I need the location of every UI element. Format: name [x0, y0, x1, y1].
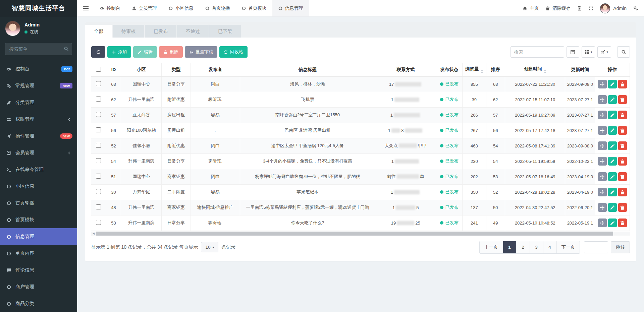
move-button[interactable] [598, 188, 607, 196]
tab-不通过[interactable]: 不通过 [177, 25, 209, 38]
detail-view-button[interactable] [567, 46, 579, 58]
edit-row-button[interactable] [608, 203, 617, 212]
delete-row-button[interactable] [618, 219, 627, 227]
edit-row-button[interactable] [608, 219, 617, 227]
select-all-checkbox[interactable] [96, 67, 101, 72]
row-checkbox[interactable] [96, 81, 101, 86]
sidebar-search-input[interactable] [5, 43, 72, 55]
page-button-1[interactable]: 1 [503, 241, 517, 253]
column-header-创建时间[interactable]: 创建时间 [505, 63, 565, 76]
move-button[interactable] [598, 157, 607, 166]
sidebar-item-信息管理[interactable]: 信息管理 [0, 228, 77, 245]
delete-row-button[interactable] [618, 188, 627, 196]
horizontal-scrollbar[interactable]: ◄ [91, 232, 630, 236]
jump-page-input[interactable] [584, 241, 608, 253]
move-button[interactable] [598, 80, 607, 88]
move-button[interactable] [598, 219, 607, 227]
export-button[interactable]: ▾ [597, 46, 611, 58]
edit-row-button[interactable] [608, 95, 617, 104]
columns-button[interactable]: ▾ [582, 46, 595, 58]
delete-button[interactable]: 删除 [159, 46, 183, 58]
sort-icon[interactable] [544, 69, 546, 73]
topnav-item-首页轮播[interactable]: 首页轮播 [199, 0, 236, 16]
recycle-bin-button[interactable]: 回收站 [219, 46, 248, 58]
topnav-item-小区信息[interactable]: 小区信息 [163, 0, 199, 16]
sidebar-item-插件管理[interactable]: 插件管理new [0, 128, 77, 144]
search-button[interactable] [617, 46, 630, 58]
row-checkbox[interactable] [96, 174, 101, 179]
delete-row-button[interactable] [618, 126, 627, 135]
delete-row-button[interactable] [618, 111, 627, 119]
move-button[interactable] [598, 95, 607, 104]
move-button[interactable] [598, 111, 607, 119]
edit-row-button[interactable] [608, 111, 617, 119]
refresh-button[interactable] [91, 46, 105, 58]
page-size-select[interactable]: 10 ▴ [201, 242, 218, 252]
topnav-item-首页模块[interactable]: 首页模块 [236, 0, 272, 16]
sidebar-item-常规管理[interactable]: 常规管理new [0, 77, 77, 94]
sidebar-item-商品分类[interactable]: 商品分类 [0, 295, 77, 312]
fullscreen-button[interactable] [589, 6, 593, 11]
tab-全部[interactable]: 全部 [85, 25, 112, 38]
tab-已下架[interactable]: 已下架 [209, 25, 241, 38]
sidebar-item-商户管理[interactable]: 商户管理 [0, 278, 77, 295]
edit-row-button[interactable] [608, 188, 617, 196]
delete-row-button[interactable] [618, 80, 627, 88]
prev-page-button[interactable]: 上一页 [480, 241, 503, 253]
delete-row-button[interactable] [618, 141, 627, 150]
topnav-item-控制台[interactable]: 控制台 [94, 0, 126, 16]
sort-icon[interactable] [481, 69, 483, 73]
jump-button[interactable]: 跳转 [611, 241, 630, 253]
row-checkbox[interactable] [96, 127, 101, 132]
sidebar-item-评论信息[interactable]: 评论信息 [0, 262, 77, 278]
page-button-4[interactable]: 4 [543, 241, 557, 253]
sidebar-item-权限管理[interactable]: 权限管理 [0, 111, 77, 128]
batch-audit-button[interactable]: 批量审核 [185, 46, 217, 58]
topnav-item-信息管理[interactable]: 信息管理 [272, 0, 309, 16]
home-link[interactable]: 主页 [523, 5, 539, 11]
row-checkbox[interactable] [96, 158, 101, 163]
tab-已发布[interactable]: 已发布 [145, 25, 176, 38]
sidebar-item-首页轮播[interactable]: 首页轮播 [0, 195, 77, 211]
scroll-left-arrow-icon[interactable]: ◄ [91, 232, 96, 235]
sidebar-item-控制台[interactable]: 控制台hot [0, 61, 77, 77]
sidebar-item-在线命令管理[interactable]: 在线命令管理 [0, 161, 77, 178]
tab-待审核[interactable]: 待审核 [113, 25, 144, 38]
edit-button[interactable]: 编辑 [133, 46, 157, 58]
row-checkbox[interactable] [96, 143, 101, 148]
edit-row-button[interactable] [608, 80, 617, 88]
search-icon[interactable] [64, 46, 69, 51]
sidebar-item-首页模块[interactable]: 首页模块 [0, 211, 77, 228]
sidebar-item-小区信息[interactable]: 小区信息 [0, 178, 77, 195]
sidebar-item-分类管理[interactable]: 分类管理 [0, 94, 77, 111]
topnav-item-会员管理[interactable]: 会员管理 [126, 0, 163, 16]
delete-row-button[interactable] [618, 157, 627, 166]
delete-row-button[interactable] [618, 95, 627, 104]
move-button[interactable] [598, 141, 607, 150]
row-checkbox[interactable] [96, 97, 101, 102]
next-page-button[interactable]: 下一页 [557, 241, 580, 253]
row-checkbox[interactable] [96, 189, 101, 194]
page-button-3[interactable]: 3 [530, 241, 543, 253]
edit-row-button[interactable] [608, 126, 617, 135]
sidebar-item-会员管理[interactable]: 会员管理 [0, 144, 77, 161]
column-header-浏览量[interactable]: 浏览量 [463, 63, 486, 76]
row-checkbox[interactable] [96, 204, 101, 209]
edit-row-button[interactable] [608, 141, 617, 150]
table-search-input[interactable] [511, 46, 564, 58]
edit-row-button[interactable] [608, 172, 617, 181]
scrollbar-thumb[interactable] [96, 232, 613, 236]
delete-row-button[interactable] [618, 172, 627, 181]
log-button[interactable] [577, 6, 582, 11]
clear-cache-link[interactable]: 清除缓存 [545, 5, 571, 11]
add-button[interactable]: 添加 [107, 46, 131, 58]
user-menu[interactable]: Admin [600, 3, 627, 13]
delete-row-button[interactable] [618, 203, 627, 212]
settings-button[interactable] [633, 6, 638, 11]
row-checkbox[interactable] [96, 112, 101, 117]
edit-row-button[interactable] [608, 157, 617, 166]
menu-toggle-button[interactable] [77, 0, 94, 16]
sidebar-item-单页内容[interactable]: 单页内容 [0, 245, 77, 262]
move-button[interactable] [598, 172, 607, 181]
row-checkbox[interactable] [96, 220, 101, 225]
